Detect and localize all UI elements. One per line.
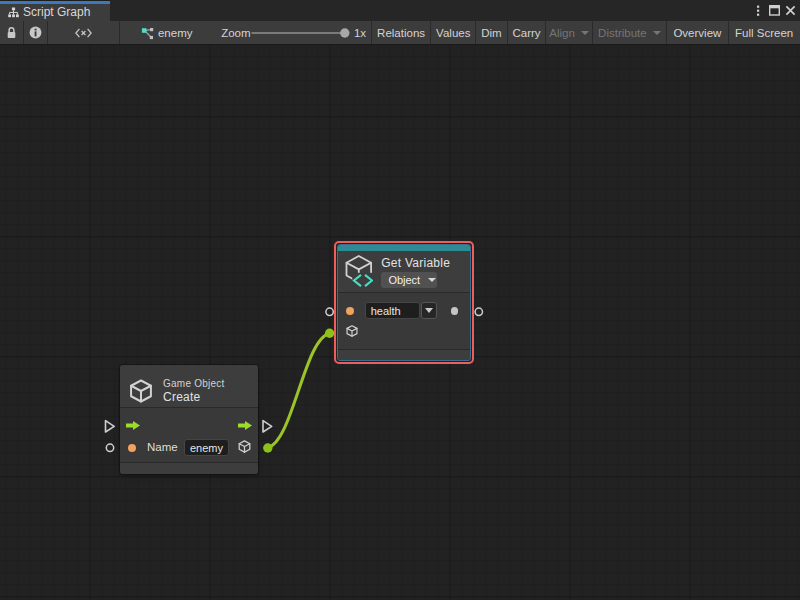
code-view-icon: [75, 28, 92, 38]
zoom-label: Zoom: [221, 21, 250, 44]
graph-name-label: enemy: [158, 21, 193, 44]
dim-button-label: Dim: [481, 27, 501, 39]
dim-button[interactable]: Dim: [476, 21, 508, 44]
name-value-field[interactable]: enemy: [184, 439, 229, 457]
node-create-body: Name enemy: [120, 408, 258, 461]
maximize-icon: [769, 5, 780, 16]
values-button[interactable]: Values: [431, 21, 476, 44]
zoom-slider-knob[interactable]: [340, 28, 349, 37]
distribute-button-label: Distribute: [598, 27, 647, 39]
align-button-label: Align: [549, 27, 575, 39]
zoom-value: 1x: [354, 21, 366, 44]
node-create-header[interactable]: Game Object Create: [120, 365, 258, 408]
graph-icon: [141, 27, 154, 40]
variable-picker-dropdown[interactable]: [421, 302, 437, 319]
window-controls: [750, 0, 800, 21]
variable-scope-value: Object: [388, 274, 420, 286]
overview-button-label: Overview: [673, 27, 721, 39]
window-maximize-button[interactable]: [766, 0, 782, 21]
script-graph-window: Script Graph: [0, 0, 800, 600]
values-button-label: Values: [436, 27, 470, 39]
align-button[interactable]: Align: [546, 21, 592, 44]
caret-down-icon: [428, 278, 436, 282]
node-get-variable-header[interactable]: Get Variable Object: [338, 251, 470, 293]
zoom-slider[interactable]: [251, 21, 350, 45]
game-object-output-cube-icon[interactable]: [237, 439, 252, 454]
tab-title: Script Graph: [23, 5, 90, 19]
node-get-variable-title: Get Variable: [381, 256, 450, 270]
node-get-variable-footer: [338, 349, 470, 360]
variable-name-field[interactable]: health: [365, 302, 420, 319]
variable-name-text: health: [371, 305, 401, 317]
variable-name-port-dot[interactable]: [346, 307, 354, 315]
carry-button[interactable]: Carry: [508, 21, 547, 44]
caret-down-icon: [581, 31, 589, 35]
node-get-variable[interactable]: Get Variable Object health: [337, 244, 471, 361]
value-output-port-dot[interactable]: [451, 307, 459, 315]
info-button[interactable]: [24, 21, 48, 44]
object-input-cube-icon[interactable]: [345, 324, 359, 338]
relations-button[interactable]: Relations: [372, 21, 432, 44]
close-icon: [785, 5, 796, 16]
caret-down-icon: [653, 31, 661, 35]
name-value-text: enemy: [190, 442, 223, 454]
window-close-button[interactable]: [782, 0, 798, 21]
variable-cube-icon: [345, 255, 373, 288]
distribute-button[interactable]: Distribute: [593, 21, 667, 44]
graph-zoom-cell: enemy Zoom 1x: [120, 21, 371, 44]
carry-button-label: Carry: [512, 27, 540, 39]
tab-script-graph[interactable]: Script Graph: [0, 0, 110, 21]
node-create-footer: [120, 462, 258, 474]
variable-scope-dropdown[interactable]: Object: [381, 272, 437, 289]
name-port-dot[interactable]: [128, 444, 136, 452]
tab-active-accent: [0, 1, 110, 4]
code-view-button[interactable]: [48, 21, 121, 44]
caret-down-icon: [425, 308, 433, 313]
fullscreen-button[interactable]: Full Screen: [729, 21, 800, 44]
overview-button[interactable]: Overview: [667, 21, 729, 44]
fullscreen-button-label: Full Screen: [735, 27, 793, 39]
graph-toolbar: enemy Zoom 1x Relations Values Dim Carry…: [0, 21, 800, 45]
title-bar: Script Graph: [0, 0, 800, 21]
window-menu-button[interactable]: [750, 0, 766, 21]
node-create-title: Create: [163, 390, 201, 404]
lock-button[interactable]: [0, 21, 24, 44]
node-create-category: Game Object: [163, 378, 225, 389]
lock-icon: [6, 27, 17, 39]
node-get-variable-selection: Get Variable Object health: [334, 241, 474, 364]
node-get-variable-body: health: [338, 294, 470, 346]
flow-in-arrow-icon[interactable]: [126, 421, 140, 430]
flow-out-arrow-icon[interactable]: [238, 421, 252, 430]
kebab-menu-icon: [756, 5, 760, 17]
name-port-label: Name: [147, 441, 178, 453]
relations-button-label: Relations: [377, 27, 425, 39]
info-icon: [29, 26, 42, 39]
game-object-cube-icon: [127, 377, 155, 405]
node-create[interactable]: Game Object Create Name enemy: [120, 365, 258, 474]
sitemap-icon: [8, 7, 19, 18]
